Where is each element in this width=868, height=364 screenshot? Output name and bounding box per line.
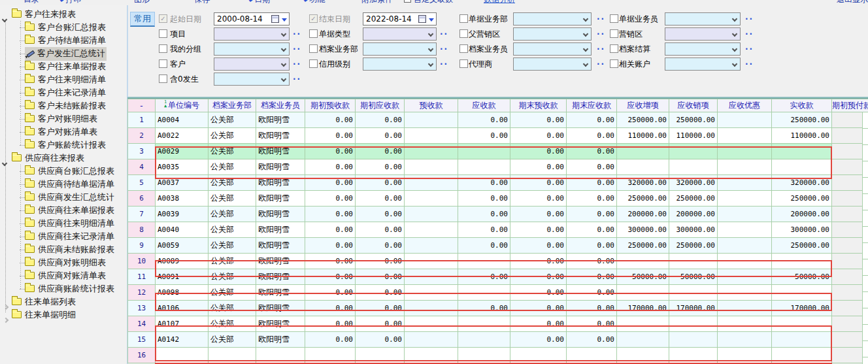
calendar-icon[interactable] — [418, 15, 426, 23]
table-row-6[interactable]: 6A0038公关部欧阳明雪0.000.000.000.000.00250000.… — [128, 191, 868, 207]
menu-item-5[interactable]: ◆日期 — [248, 0, 270, 5]
chevron-right-icon[interactable] — [3, 313, 8, 326]
menu-item-10[interactable]: 退出显示 — [837, 0, 868, 5]
table-row-16[interactable]: 16 — [128, 348, 868, 363]
tree-item[interactable]: 供应商往来单据报表 — [0, 204, 127, 217]
browse-dots-button[interactable]: ·· — [293, 29, 301, 39]
menu-item-9[interactable]: 数据分析 — [484, 0, 515, 5]
tree-item[interactable]: 客户对账明细表 — [0, 112, 127, 125]
tree-group-1[interactable]: 客户往来报表 — [0, 8, 127, 21]
column-header-实收款[interactable]: 实收款 — [772, 99, 832, 112]
table-row-9[interactable]: 9A0059公关部欧阳明雪0.000.000.000.000.00250000.… — [128, 238, 868, 254]
tree-item[interactable]: 供应商往来记录清单 — [0, 230, 127, 243]
menu-item-8[interactable]: 自定义取数 — [404, 0, 453, 5]
column-header-期末应收款[interactable]: 期末应收款 — [567, 99, 617, 112]
table-row-15[interactable]: 15A0142公关部欧阳明雪0.000.000.000.00 — [128, 332, 868, 348]
tree-item[interactable]: 供应商发生汇总统计 — [0, 191, 127, 204]
table-row-10[interactable]: 10A0089公关部欧阳明雪0.000.000.000.00 — [128, 254, 868, 269]
chevron-down-icon[interactable] — [428, 46, 433, 52]
tree-item[interactable]: 供应商往来明细清单 — [0, 217, 127, 230]
browse-dots-button[interactable]: ·· — [745, 59, 754, 69]
column-header-档案业务员[interactable]: 档案业务员 — [256, 99, 305, 112]
select-单据类型[interactable] — [363, 27, 437, 41]
select-档案业务员[interactable] — [513, 42, 592, 56]
chevron-down-icon[interactable] — [583, 46, 588, 52]
tree-item[interactable]: 供应商未结账龄报表 — [0, 243, 127, 256]
tree-item[interactable]: 客户未结账龄报表 — [0, 99, 127, 112]
filter-checkbox-客户[interactable] — [159, 59, 167, 68]
tree-group-3[interactable]: 往来单据列表 — [0, 295, 127, 308]
table-row-7[interactable]: 7A0039公关部欧阳明雪0.000.000.000.000.00200000.… — [128, 207, 868, 222]
select-含0发生[interactable] — [214, 73, 290, 86]
filter-checkbox-信用级别[interactable] — [309, 59, 318, 68]
tree-item[interactable]: 客户台账汇总报表 — [0, 21, 127, 34]
column-header-期初预收款[interactable]: 期初预收款 — [305, 99, 356, 112]
menu-item-1[interactable]: 目录 — [24, 0, 39, 5]
chevron-down-icon[interactable] — [732, 31, 737, 37]
filter-checkbox-单据类型[interactable] — [309, 29, 318, 38]
browse-dots-button[interactable]: ·· — [745, 14, 754, 24]
chevron-down-icon[interactable] — [732, 16, 737, 22]
chevron-down-icon[interactable] — [428, 61, 433, 67]
tree-item[interactable]: 客户待结单据清单 — [0, 34, 127, 47]
tab-common[interactable]: 常用 — [130, 12, 155, 27]
tree-item[interactable]: 供应商对账清单表 — [0, 269, 127, 282]
select-父营销区[interactable] — [513, 27, 592, 41]
menu-item-4[interactable]: 保存 — [194, 0, 210, 5]
select-单据业务部[interactable] — [513, 12, 592, 25]
menu-checkbox[interactable] — [404, 0, 411, 3]
select-客户[interactable] — [214, 58, 290, 71]
filter-checkbox-单据业务员[interactable] — [610, 14, 618, 23]
menu-item-7[interactable]: 附加条件 — [361, 0, 393, 5]
browse-dots-button[interactable]: ·· — [597, 59, 605, 69]
chevron-down-icon[interactable] — [281, 61, 286, 67]
chevron-down-icon[interactable] — [583, 61, 588, 67]
column-header-预收款[interactable]: 预收款 — [405, 99, 458, 112]
browse-dots-button[interactable]: ·· — [293, 44, 301, 54]
browse-dots-button[interactable]: ·· — [745, 29, 754, 39]
table-row-11[interactable]: 11A0091公关部欧阳明雪0.000.000.000.000.0050000.… — [128, 269, 868, 285]
table-row-8[interactable]: 8A0040公关部欧阳明雪0.000.000.000.000.00300000.… — [128, 222, 868, 238]
filter-checkbox-营销区[interactable] — [610, 29, 618, 38]
column-header-期末预收款[interactable]: 期末预收款 — [510, 99, 567, 112]
browse-dots-button[interactable]: ·· — [597, 44, 605, 54]
select-项目[interactable] — [214, 27, 290, 41]
chevron-down-icon[interactable] — [732, 61, 737, 67]
menu-item-6[interactable]: ◆功能 — [303, 0, 325, 5]
filter-checkbox-结束日期[interactable]: ✓ — [309, 14, 318, 23]
filter-checkbox-父营销区[interactable] — [459, 29, 468, 38]
calendar-icon[interactable] — [271, 15, 279, 23]
chevron-down-icon[interactable] — [281, 46, 286, 52]
filter-checkbox-含0发生[interactable] — [159, 74, 167, 83]
filter-checkbox-相关账户[interactable] — [610, 59, 618, 68]
chevron-down-icon[interactable] — [281, 31, 286, 37]
chevron-down-icon[interactable] — [583, 31, 588, 37]
tree-item[interactable]: 客户对账清单表 — [0, 125, 127, 139]
filter-checkbox-单据业务部[interactable] — [459, 14, 468, 23]
select-档案业务部[interactable] — [363, 42, 437, 56]
browse-dots-button[interactable]: ·· — [597, 29, 605, 39]
table-row-12[interactable]: 12A0098公关部欧阳明雪0.000.000.000.00 — [128, 285, 868, 301]
select-我的分组[interactable] — [214, 42, 290, 56]
filter-checkbox-我的分组[interactable] — [159, 44, 167, 53]
browse-dots-button[interactable]: ·· — [293, 59, 301, 69]
tree-item[interactable]: 客户往来单据报表 — [0, 60, 127, 73]
chevron-down-icon[interactable] — [732, 46, 737, 52]
dropdown-arrow-icon[interactable] — [282, 18, 287, 24]
select-信用级别[interactable] — [363, 58, 437, 71]
filter-checkbox-起始日期[interactable]: ✓ — [159, 14, 167, 23]
select-营销区[interactable] — [665, 27, 741, 41]
chevron-down-icon[interactable] — [281, 76, 286, 82]
column-header-rownum[interactable]: - — [128, 99, 156, 112]
browse-dots-button[interactable]: ·· — [440, 59, 448, 69]
filter-checkbox-档案业务部[interactable] — [309, 44, 318, 53]
date-input-结束日期[interactable]: 2022-08-14 — [363, 12, 437, 25]
table-row-4[interactable]: 4A0035公关部欧阳明雪0.000.000.000.00 — [128, 159, 868, 175]
chevron-down-icon[interactable] — [428, 31, 433, 37]
tree-group-4[interactable]: 往来单据明细 — [0, 308, 127, 322]
select-档案结算[interactable] — [665, 42, 741, 56]
column-header-应收款[interactable]: 应收款 — [458, 99, 510, 112]
browse-dots-button[interactable]: ·· — [440, 29, 448, 39]
table-row-2[interactable]: 2A0022公关部欧阳明雪0.000.000.000.000.00110000.… — [128, 128, 868, 144]
menu-item-3[interactable]: 图形 — [134, 0, 150, 5]
